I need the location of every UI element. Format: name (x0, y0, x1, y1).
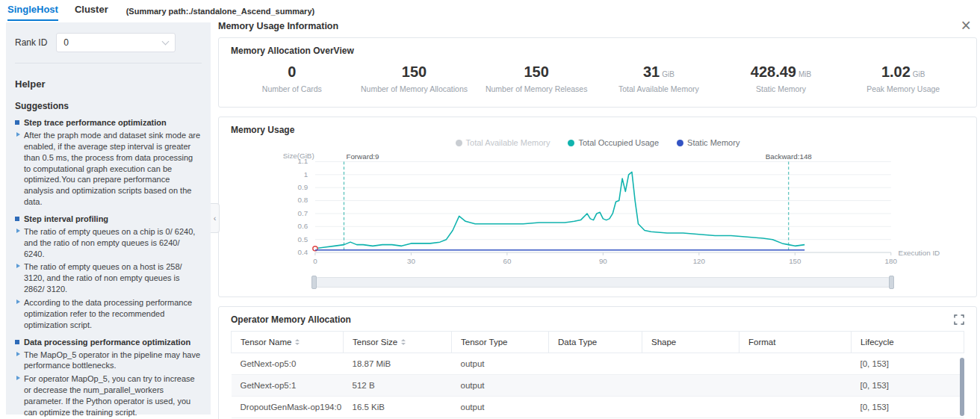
memory-usage-card-title: Memory Usage (231, 125, 964, 135)
triangle-icon (16, 352, 20, 356)
main-panel: Memory Usage Information × Memory Alloca… (218, 19, 977, 419)
column-header: Data Type (549, 332, 642, 353)
table-cell: GetNext-op5:0 (232, 353, 344, 375)
svg-text:Forward:9: Forward:9 (346, 152, 379, 161)
chevron-down-icon (162, 37, 170, 45)
memory-usage-card: Memory Usage Total Available MemoryTotal… (218, 117, 977, 297)
zoom-handle-right-icon[interactable] (889, 276, 894, 289)
overview-stat: 150Number of Memory Releases (475, 63, 598, 93)
table-row[interactable]: GetNext-op5:1512 Boutput[0, 153] (232, 375, 964, 397)
page-title: Memory Usage Information (218, 19, 977, 31)
expand-icon[interactable] (954, 314, 964, 325)
memory-allocation-overview-card: Memory Allocation OverView 0Number of Ca… (218, 37, 977, 108)
table-cell (549, 375, 642, 397)
table-cell: 18.87 MiB (344, 353, 452, 375)
suggestion-section: Step trace performance optimizationAfter… (15, 118, 202, 208)
svg-text:0.8: 0.8 (297, 196, 308, 205)
overview-stat: 0Number of Cards (231, 63, 353, 93)
rank-id-label: Rank ID (15, 37, 47, 48)
column-header[interactable]: Tensor Name (232, 332, 344, 353)
stat-value: 1.02GiB (842, 63, 964, 81)
svg-text:0.5: 0.5 (297, 235, 308, 243)
suggestion-sections: Step trace performance optimizationAfter… (15, 118, 202, 419)
table-cell: output (452, 397, 549, 418)
triangle-icon (16, 376, 20, 380)
memory-usage-chart[interactable]: 0.40.50.60.70.80.911.10306090120150180Ex… (231, 150, 964, 274)
triangle-icon (16, 299, 20, 304)
table-cell (549, 353, 642, 375)
legend-item[interactable]: Total Available Memory (456, 138, 551, 147)
svg-text:90: 90 (599, 258, 608, 266)
column-header: Format (739, 332, 852, 353)
sort-icon[interactable] (295, 339, 300, 345)
suggestion-item: The ratio of empty queues on a chip is 0… (16, 226, 202, 260)
bullet-icon (15, 217, 19, 221)
helper-title: Helper (15, 78, 202, 90)
svg-text:Backward:148: Backward:148 (766, 152, 812, 161)
table-cell: [0, 153] (852, 397, 964, 418)
svg-text:1: 1 (304, 170, 308, 179)
sort-icon[interactable] (401, 339, 406, 345)
table-row[interactable]: DropoutGenMask-op194:016.5 KiBoutput[0, … (232, 397, 964, 418)
table-cell: 512 B (344, 375, 452, 397)
operator-table-title: Operator Memory Allocation (231, 314, 351, 325)
svg-text:Size(GiB): Size(GiB) (283, 152, 314, 160)
bullet-icon (15, 340, 19, 344)
overview-stat: 1.02GiBPeak Memory Usage (842, 63, 964, 93)
close-icon[interactable]: × (961, 17, 971, 34)
legend-dot-icon (677, 140, 683, 146)
table-cell (739, 375, 852, 397)
suggestions-title: Suggestions (15, 101, 202, 111)
table-cell (642, 397, 739, 418)
stat-value: 150 (353, 63, 476, 81)
table-cell (739, 353, 852, 375)
suggestion-section-title: Step trace performance optimization (15, 118, 202, 127)
svg-text:Execution ID: Execution ID (899, 249, 940, 257)
overview-stats: 0Number of Cards150Number of Memory Allo… (231, 63, 964, 99)
svg-text:30: 30 (407, 258, 416, 266)
svg-text:0.6: 0.6 (297, 222, 308, 230)
table-header-row: Tensor NameTensor SizeTensor TypeData Ty… (232, 332, 964, 353)
suggestion-item: The ratio of empty queues on a host is 2… (16, 261, 202, 295)
table-cell: 16.5 KiB (344, 397, 452, 418)
svg-text:150: 150 (789, 258, 801, 266)
column-header: Shape (642, 332, 739, 353)
table-cell: DropoutGenMask-op194:0 (232, 397, 344, 418)
table-row[interactable]: GetNext-op5:018.87 MiBoutput[0, 153] (232, 353, 964, 375)
sidebar-collapse-handle[interactable]: ‹ (211, 203, 220, 233)
main-header: Memory Usage Information × (218, 19, 977, 37)
table-cell: output (452, 375, 549, 397)
triangle-icon (16, 132, 20, 137)
bullet-icon (15, 120, 19, 125)
operator-memory-allocation-card: Operator Memory Allocation Tensor NameTe… (218, 306, 977, 419)
tab-cluster[interactable]: Cluster (75, 1, 108, 21)
chart-legend: Total Available MemoryTotal Occupied Usa… (231, 137, 964, 149)
column-header: Tensor Type (452, 332, 549, 353)
stat-value: 428.49MiB (720, 63, 843, 81)
table-cell (642, 375, 739, 397)
rank-id-select[interactable]: 0 (56, 33, 176, 52)
overview-stat: 31GiBTotal Available Memory (598, 63, 720, 93)
suggestion-section-title: Data processing performance optimization (15, 338, 202, 347)
svg-text:180: 180 (885, 258, 898, 266)
stat-label: Number of Cards (231, 84, 353, 93)
column-header[interactable]: Tensor Size (344, 332, 452, 353)
svg-text:0.4: 0.4 (297, 248, 308, 256)
table-cell: output (452, 353, 549, 375)
legend-item[interactable]: Total Occupied Usage (568, 138, 659, 147)
tab-singlehost[interactable]: SingleHost (7, 1, 58, 21)
table-wrap: Tensor NameTensor SizeTensor TypeData Ty… (231, 331, 964, 418)
divider (15, 63, 202, 63)
table-cell: GetNext-op5:1 (232, 375, 344, 397)
triangle-icon (16, 264, 20, 268)
column-header: Lifecycle (852, 332, 964, 353)
zoom-handle-left-icon[interactable] (311, 276, 317, 289)
table-cell (739, 397, 852, 418)
svg-text:0: 0 (313, 258, 317, 266)
chart-zoom-slider[interactable] (313, 277, 893, 288)
legend-item[interactable]: Static Memory (677, 138, 739, 147)
stat-value: 31GiB (598, 63, 720, 81)
table-scrollbar[interactable] (960, 358, 964, 416)
table-cell: [0, 153] (852, 353, 964, 375)
suggestion-item: For operator MapOp_5, you can try to inc… (16, 373, 202, 418)
